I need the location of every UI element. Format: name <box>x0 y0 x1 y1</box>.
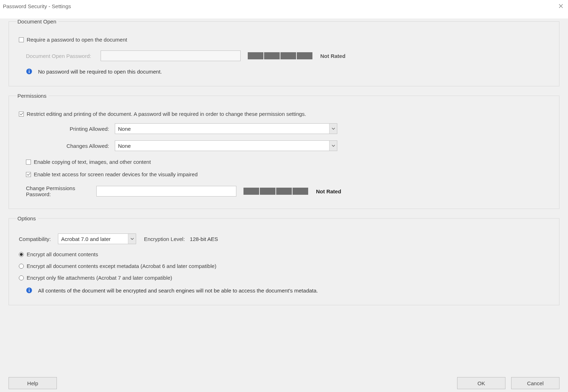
row-enable-screenreader[interactable]: Enable text access for screen reader dev… <box>19 171 549 177</box>
group-options: Options Compatibility: Acrobat 7.0 and l… <box>9 215 559 305</box>
password-rating-permissions: Not Rated <box>316 188 341 194</box>
password-rating-open: Not Rated <box>320 53 345 59</box>
meter-seg <box>280 52 296 59</box>
info-icon <box>26 68 32 75</box>
document-open-password-input[interactable] <box>101 50 241 61</box>
meter-seg <box>243 188 259 195</box>
ok-button[interactable]: OK <box>457 377 505 389</box>
checkbox-enable-screenreader[interactable] <box>26 172 31 177</box>
options-info-text: All contents of the document will be enc… <box>38 288 318 294</box>
button-bar: Help OK Cancel <box>9 377 559 389</box>
radio-encrypt-except-meta[interactable] <box>19 264 24 269</box>
meter-seg <box>297 52 312 59</box>
dialog-content: Document Open Require a password to open… <box>0 18 568 392</box>
label-restrict-editing: Restrict editing and printing of the doc… <box>27 111 306 117</box>
chevron-down-icon[interactable] <box>128 234 136 244</box>
svg-point-2 <box>29 70 30 70</box>
cancel-button[interactable]: Cancel <box>511 377 559 389</box>
right-buttons: OK Cancel <box>457 377 559 389</box>
password-strength-meter-open <box>248 52 312 59</box>
meter-seg <box>264 52 280 59</box>
label-require-password: Require a password to open the document <box>27 37 127 43</box>
select-compatibility[interactable]: Acrobat 7.0 and later <box>58 233 136 244</box>
svg-rect-4 <box>29 290 30 292</box>
radio-encrypt-all[interactable] <box>19 252 24 257</box>
row-require-password[interactable]: Require a password to open the document <box>19 37 549 43</box>
select-compatibility-value: Acrobat 7.0 and later <box>61 236 111 242</box>
meter-seg <box>260 188 275 195</box>
change-permissions-password-input[interactable] <box>96 186 236 197</box>
password-strength-meter-permissions <box>243 188 308 195</box>
help-button[interactable]: Help <box>9 377 57 389</box>
checkbox-restrict-editing[interactable] <box>19 112 24 117</box>
row-compatibility: Compatibility: Acrobat 7.0 and later Enc… <box>19 233 549 244</box>
row-radio-encrypt-attachments[interactable]: Encrypt only file attachments (Acrobat 7… <box>19 275 549 281</box>
svg-rect-1 <box>29 71 30 73</box>
label-changes-allowed: Changes Allowed: <box>19 143 115 149</box>
titlebar: Password Security - Settings <box>0 0 568 12</box>
legend-document-open: Document Open <box>17 18 58 25</box>
select-changes-value: None <box>118 143 131 149</box>
checkbox-require-password[interactable] <box>19 37 24 42</box>
row-changes-allowed: Changes Allowed: None <box>19 140 549 151</box>
label-encryption-level: Encryption Level: <box>144 236 185 242</box>
window-title: Password Security - Settings <box>3 3 71 9</box>
chevron-down-icon[interactable] <box>329 124 337 134</box>
label-printing-allowed: Printing Allowed: <box>19 126 115 132</box>
select-printing-value: None <box>118 126 131 132</box>
select-printing-allowed[interactable]: None <box>115 123 337 134</box>
group-permissions: Permissions Restrict editing and printin… <box>9 93 559 209</box>
info-icon <box>26 287 32 294</box>
label-compatibility: Compatibility: <box>19 236 58 242</box>
row-options-info: All contents of the document will be enc… <box>19 287 549 294</box>
label-radio-encrypt-attachments: Encrypt only file attachments (Acrobat 7… <box>27 275 172 281</box>
select-changes-allowed[interactable]: None <box>115 140 337 151</box>
row-enable-copy[interactable]: Enable copying of text, images, and othe… <box>19 159 549 165</box>
label-radio-encrypt-except-meta: Encrypt all document contents except met… <box>27 263 216 269</box>
label-change-permissions-password: Change Permissions Password: <box>26 185 96 197</box>
row-doc-open-info: No password will be required to open thi… <box>19 68 549 75</box>
checkbox-enable-copy[interactable] <box>26 160 31 165</box>
meter-seg <box>293 188 308 195</box>
meter-seg <box>276 188 292 195</box>
row-radio-encrypt-except-meta[interactable]: Encrypt all document contents except met… <box>19 263 549 269</box>
row-restrict-editing[interactable]: Restrict editing and printing of the doc… <box>19 111 549 117</box>
radio-encrypt-attachments[interactable] <box>19 275 24 280</box>
close-icon[interactable] <box>557 2 564 10</box>
row-doc-open-password: Document Open Password: Not Rated <box>19 50 549 61</box>
doc-open-info-text: No password will be required to open thi… <box>38 69 162 75</box>
svg-point-5 <box>29 289 30 289</box>
legend-permissions: Permissions <box>17 93 49 99</box>
row-radio-encrypt-all[interactable]: Encrypt all document contents <box>19 251 549 257</box>
row-printing-allowed: Printing Allowed: None <box>19 123 549 134</box>
meter-seg <box>248 52 263 59</box>
encryption-level-value: 128-bit AES <box>190 236 218 242</box>
label-doc-open-password: Document Open Password: <box>26 53 101 59</box>
row-change-permissions-password: Change Permissions Password: Not Rated <box>19 185 549 197</box>
group-document-open: Document Open Require a password to open… <box>9 18 559 86</box>
label-enable-copy: Enable copying of text, images, and othe… <box>34 159 151 165</box>
label-radio-encrypt-all: Encrypt all document contents <box>27 251 98 257</box>
label-enable-screenreader: Enable text access for screen reader dev… <box>34 171 198 177</box>
legend-options: Options <box>17 215 38 221</box>
chevron-down-icon[interactable] <box>329 141 337 151</box>
